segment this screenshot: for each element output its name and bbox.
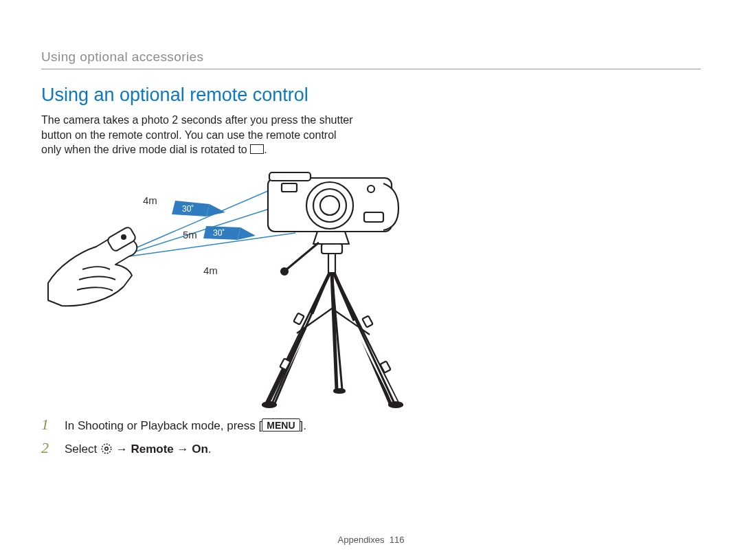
svg-point-22 (334, 389, 345, 393)
step-1: 1 In Shooting or Playback mode, press [M… (41, 416, 701, 434)
breadcrumb: Using optional accessories (41, 49, 701, 65)
intro-text-line3-prefix: only when the drive mode dial is rotated… (41, 144, 250, 155)
svg-rect-19 (328, 254, 335, 273)
gear-icon (100, 443, 113, 458)
step1-suffix: ]. (300, 419, 306, 432)
step2-prefix: Select (65, 443, 100, 456)
step-2: 2 Select → Remote → On. (41, 439, 701, 458)
intro-text-line2: button on the remote control. You can us… (41, 129, 337, 141)
camera-tripod-icon (262, 172, 403, 407)
steps-list: 1 In Shooting or Playback mode, press [M… (41, 416, 701, 458)
arrow-icon: → (174, 443, 192, 456)
svg-rect-14 (282, 183, 297, 192)
step1-prefix: In Shooting or Playback mode, press [ (65, 419, 262, 432)
manual-page: Using optional accessories Using an opti… (0, 0, 742, 560)
angle-bottom-text: 30˚ (213, 228, 225, 238)
footer-section: Appendixes (338, 535, 385, 545)
svg-point-20 (262, 402, 276, 407)
arrow-bottom: 30˚ (203, 226, 256, 240)
svg-point-18 (281, 268, 288, 275)
divider (41, 69, 701, 69)
section-heading: Using an optional remote control (41, 85, 701, 106)
step-1-text: In Shooting or Playback mode, press [MEN… (65, 418, 306, 433)
footer-page-number: 116 (390, 535, 405, 545)
svg-point-21 (389, 402, 403, 407)
angle-top-text: 30˚ (182, 204, 194, 214)
svg-line-0 (129, 182, 289, 251)
arrow-top: 30˚ (172, 201, 225, 216)
intro-text-line3-suffix: . (264, 144, 267, 155)
intro-paragraph: The camera takes a photo 2 seconds after… (41, 113, 398, 157)
drive-mode-box-icon (250, 144, 264, 154)
distance-label-top: 4m (143, 194, 157, 206)
svg-rect-17 (322, 244, 342, 254)
step-2-text: Select → Remote → On. (65, 443, 212, 458)
step-number: 2 (41, 439, 54, 457)
page-footer: Appendixes 116 (0, 535, 742, 545)
distance-label-bottom: 4m (203, 265, 218, 276)
arrow-icon: → (113, 443, 131, 456)
step2-on: On (192, 443, 208, 456)
svg-rect-24 (362, 315, 372, 327)
menu-button-icon: MENU (262, 418, 300, 432)
distance-label-mid: 5m (183, 229, 197, 240)
svg-point-8 (122, 235, 126, 239)
svg-point-13 (320, 196, 339, 215)
svg-rect-16 (364, 212, 383, 222)
hand-remote-icon (48, 226, 137, 306)
step-number: 1 (41, 416, 54, 434)
figure-svg: 30˚ 30˚ (41, 163, 467, 410)
step2-suffix: . (208, 443, 212, 456)
svg-marker-6 (238, 227, 256, 240)
svg-point-15 (368, 186, 374, 192)
svg-rect-10 (269, 172, 311, 181)
remote-range-figure: 30˚ 30˚ (41, 163, 467, 410)
svg-rect-23 (293, 313, 304, 324)
step2-remote: Remote (131, 443, 173, 456)
intro-text-line1: The camera takes a photo 2 seconds after… (41, 114, 353, 126)
